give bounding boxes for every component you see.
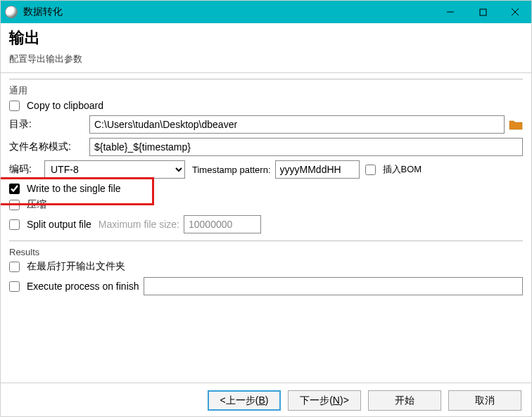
cancel-button[interactable]: 取消 bbox=[448, 390, 521, 411]
directory-input[interactable] bbox=[89, 115, 505, 134]
single-file-checkbox[interactable] bbox=[9, 184, 20, 194]
next-button[interactable]: 下一步(N)> bbox=[288, 390, 361, 411]
folder-icon bbox=[509, 119, 523, 130]
exec-finish-label: Execute process on finish bbox=[27, 281, 139, 292]
group-results-legend: Results bbox=[9, 247, 44, 257]
group-results: Results 在最后打开输出文件夹 Execute process on fi… bbox=[9, 240, 523, 295]
start-button[interactable]: 开始 bbox=[368, 390, 441, 411]
timestamp-pattern-label: Timestamp pattern: bbox=[192, 165, 271, 175]
back-button[interactable]: <上一步(B) bbox=[208, 390, 281, 411]
window-title: 数据转化 bbox=[23, 6, 63, 18]
encoding-label: 编码: bbox=[9, 163, 40, 176]
filepattern-label: 文件名称模式: bbox=[9, 141, 85, 153]
page-title: 输出 bbox=[9, 27, 523, 49]
exec-finish-input[interactable] bbox=[144, 277, 523, 295]
exec-finish-checkbox[interactable] bbox=[9, 281, 20, 292]
dialog-body: 通用 Copy to clipboard 目录: 文件名称模式: bbox=[1, 73, 531, 383]
compress-checkbox[interactable] bbox=[9, 200, 20, 210]
split-output-checkbox[interactable] bbox=[9, 219, 20, 230]
group-general: 通用 Copy to clipboard 目录: 文件名称模式: bbox=[9, 79, 523, 233]
app-icon bbox=[5, 6, 18, 18]
dialog-window: 数据转化 输出 配置导出输出参数 通用 Copy to clipboard bbox=[0, 0, 532, 417]
browse-folder-button[interactable] bbox=[509, 119, 523, 130]
single-file-label: Write to the single file bbox=[27, 183, 121, 194]
page-subtitle: 配置导出输出参数 bbox=[9, 53, 523, 65]
close-button[interactable] bbox=[499, 1, 531, 23]
filepattern-input[interactable] bbox=[89, 138, 523, 156]
copy-clipboard-label: Copy to clipboard bbox=[27, 100, 103, 111]
titlebar: 数据转化 bbox=[1, 1, 531, 23]
close-icon bbox=[511, 8, 519, 16]
open-folder-checkbox[interactable] bbox=[9, 262, 20, 272]
compress-label: 压缩 bbox=[27, 198, 46, 211]
svg-rect-1 bbox=[480, 9, 486, 15]
open-folder-label: 在最后打开输出文件夹 bbox=[27, 260, 125, 273]
directory-label: 目录: bbox=[9, 118, 85, 131]
copy-clipboard-checkbox[interactable] bbox=[9, 101, 20, 111]
split-output-label: Split output file bbox=[27, 219, 91, 230]
dialog-header: 输出 配置导出输出参数 bbox=[1, 23, 531, 73]
max-filesize-label: Maximum file size: bbox=[99, 219, 179, 230]
max-filesize-input bbox=[184, 215, 261, 233]
encoding-select[interactable]: UTF-8 bbox=[44, 160, 185, 179]
insert-bom-checkbox[interactable] bbox=[365, 165, 376, 175]
timestamp-pattern-input[interactable] bbox=[275, 160, 360, 179]
minimize-button[interactable] bbox=[434, 1, 467, 23]
maximize-button[interactable] bbox=[467, 1, 499, 23]
group-general-legend: 通用 bbox=[9, 84, 32, 97]
maximize-icon bbox=[479, 8, 487, 16]
window-controls bbox=[434, 1, 531, 23]
minimize-icon bbox=[446, 8, 455, 16]
insert-bom-label: 插入BOM bbox=[383, 163, 422, 176]
dialog-footer: <上一步(B) 下一步(N)> 开始 取消 bbox=[1, 383, 531, 416]
